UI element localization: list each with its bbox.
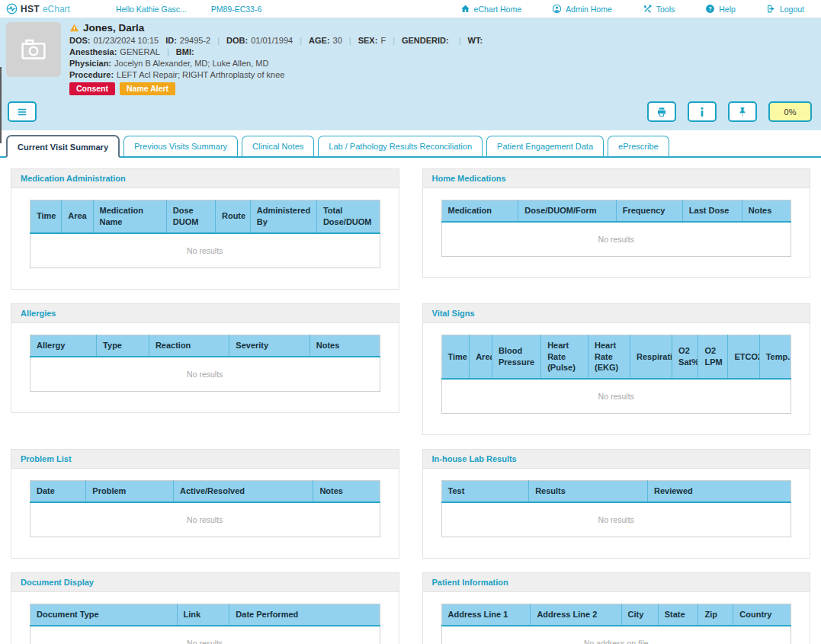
panel-body: TimeAreaBlood PressureHeart Rate (Pulse)… <box>423 323 810 435</box>
column-header-heart-rate-ekg: Heart Rate (EKG) <box>588 335 630 379</box>
empty-state-text: No results <box>30 626 380 644</box>
column-header-o2-sat: O2 Sat% <box>672 335 698 379</box>
column-header-zip: Zip <box>698 604 733 626</box>
patient-alert-badges: ConsentName Alert <box>69 82 492 95</box>
field-value: 01/23/2024 10:15 <box>94 36 159 45</box>
logout-icon <box>766 4 776 14</box>
table-document-display: Document TypeLinkDate PerformedNo result… <box>30 604 380 644</box>
table-row: No results <box>30 357 380 392</box>
table-row: No results <box>30 233 380 268</box>
panels-grid: Medication AdministrationTimeAreaMedicat… <box>11 168 810 644</box>
table-header-row: Address Line 1Address Line 2CityStateZip… <box>441 604 791 626</box>
patient-info-line: Physician:Jocelyn B Alexander, MD; Luke … <box>69 59 492 68</box>
tab-patient-engagement-data[interactable]: Patient Engagement Data <box>486 136 604 156</box>
patient-banner: Jones, Darla DOS:01/23/2024 10:15ID:2949… <box>0 18 821 130</box>
empty-state-text: No results <box>441 379 791 414</box>
column-header-severity: Severity <box>229 335 309 356</box>
column-header-link: Link <box>177 604 229 626</box>
panel-body: MedicationDose/DUOM/FormFrequencyLast Do… <box>423 188 810 277</box>
patient-name: Jones, Darla <box>83 22 144 34</box>
info-button[interactable] <box>688 101 717 122</box>
badge-name-alert[interactable]: Name Alert <box>120 82 175 95</box>
app-logo[interactable]: HST eChart <box>6 3 70 14</box>
panel-title-home-medications: Home Medications <box>423 169 810 188</box>
table-header-row: DateProblemActive/ResolvedNotes <box>30 481 380 502</box>
panel-title-problem-list: Problem List <box>11 450 399 469</box>
column-header-blood-pressure: Blood Pressure <box>492 335 540 379</box>
column-header-dose-duom-form: Dose/DUOM/Form <box>518 200 616 222</box>
field-label-dos: DOS: <box>69 36 91 45</box>
column-header-address-line-2: Address Line 2 <box>531 604 621 626</box>
table-in-house-lab-results: TestResultsReviewedNo results <box>441 480 792 537</box>
echart-app: HST eChart Hello Kathie Gasc... PM89-EC3… <box>0 0 821 644</box>
panel-body: TestResultsReviewedNo results <box>423 469 810 558</box>
panel-vital-signs: Vital SignsTimeAreaBlood PressureHeart R… <box>422 303 811 436</box>
column-header-route: Route <box>215 200 250 233</box>
column-header-area: Area <box>62 200 93 233</box>
empty-state-text: No results <box>30 233 380 268</box>
panel-in-house-lab-results: In-house Lab ResultsTestResultsReviewedN… <box>422 449 811 559</box>
nav-logout[interactable]: Logout <box>766 4 804 14</box>
nav-echart-home[interactable]: eChart Home <box>460 4 521 14</box>
column-header-notes: Notes <box>742 200 791 222</box>
menu-button[interactable] <box>8 101 37 122</box>
table-vital-signs: TimeAreaBlood PressureHeart Rate (Pulse)… <box>441 335 792 415</box>
field-label-wt: WT: <box>468 36 483 45</box>
table-problem-list: DateProblemActive/ResolvedNotesNo result… <box>30 480 380 537</box>
nav-tools[interactable]: Tools <box>643 4 675 14</box>
table-allergies: AllergyTypeReactionSeverityNotesNo resul… <box>30 335 380 392</box>
separator: | <box>459 36 461 45</box>
nav-label: Help <box>719 5 736 14</box>
tab-lab-pathology-results-reconciliation[interactable]: Lab / Pathology Results Reconciliation <box>318 136 483 156</box>
panel-patient-information: Patient InformationAddress Line 1Address… <box>422 572 811 644</box>
tab-eprescribe[interactable]: ePrescribe <box>608 136 669 156</box>
toolbar-right: 0% <box>647 101 812 122</box>
nav-help[interactable]: ?Help <box>705 4 736 14</box>
field-label-procedure: Procedure: <box>69 70 114 79</box>
tab-current-visit-summary[interactable]: Current Visit Summary <box>6 135 120 158</box>
separator: | <box>393 36 395 45</box>
warning-icon <box>69 23 79 33</box>
column-header-administered-by: Administered By <box>250 200 316 233</box>
field-label-dob: DOB: <box>226 36 248 45</box>
column-header-allergy: Allergy <box>30 335 97 356</box>
panel-document-display: Document DisplayDocument TypeLinkDate Pe… <box>11 572 399 644</box>
column-header-date-performed: Date Performed <box>229 604 380 626</box>
table-row: No results <box>441 222 791 257</box>
field-label-sex: SEX: <box>358 36 378 45</box>
main-content: Medication AdministrationTimeAreaMedicat… <box>0 158 821 644</box>
table-row: No results <box>30 502 380 537</box>
column-header-etco2: ETCO2 <box>728 335 759 379</box>
printer-icon <box>656 106 668 118</box>
column-header-last-dose: Last Dose <box>682 200 742 222</box>
column-header-o2-lpm: O2 LPM <box>698 335 728 379</box>
station-code-link[interactable]: PM89-EC33-6 <box>211 5 262 14</box>
column-header-test: Test <box>441 481 529 502</box>
separator: | <box>217 36 220 45</box>
field-value: 29495-2 <box>180 36 210 45</box>
column-header-document-type: Document Type <box>30 604 178 626</box>
tab-previous-visits-summary[interactable]: Previous Visits Summary <box>123 136 238 156</box>
field-value: Jocelyn B Alexander, MD; Luke Allen, MD <box>114 59 268 68</box>
brand-echart: eChart <box>43 4 70 14</box>
chart-completion-percent[interactable]: 0% <box>768 101 812 122</box>
pin-button[interactable] <box>728 101 757 122</box>
table-header-row: TimeAreaBlood PressureHeart Rate (Pulse)… <box>441 335 791 379</box>
topbar: HST eChart Hello Kathie Gasc... PM89-EC3… <box>0 0 821 18</box>
nav-admin-home[interactable]: Admin Home <box>552 4 612 14</box>
empty-state-text: No address on file <box>441 626 791 644</box>
panel-body: Address Line 1Address Line 2CityStateZip… <box>423 592 810 644</box>
patient-photo-placeholder[interactable] <box>6 22 61 77</box>
user-greeting-link[interactable]: Hello Kathie Gasc... <box>116 5 187 14</box>
patient-info-lines: DOS:01/23/2024 10:15ID:29495-2|DOB:01/01… <box>69 36 492 79</box>
column-header-heart-rate-pulse: Heart Rate (Pulse) <box>541 335 588 379</box>
badge-consent[interactable]: Consent <box>69 82 115 95</box>
print-button[interactable] <box>647 101 676 122</box>
empty-state-text: No results <box>30 502 380 537</box>
tab-clinical-notes[interactable]: Clinical Notes <box>242 136 314 156</box>
field-label-anesthesia: Anesthesia: <box>69 47 117 56</box>
nav-label: Logout <box>780 5 804 14</box>
patient-header: Jones, Darla DOS:01/23/2024 10:15ID:2949… <box>0 18 821 95</box>
tab-bar: Current Visit SummaryPrevious Visits Sum… <box>0 130 821 158</box>
table-header-row: Document TypeLinkDate Performed <box>30 604 380 626</box>
